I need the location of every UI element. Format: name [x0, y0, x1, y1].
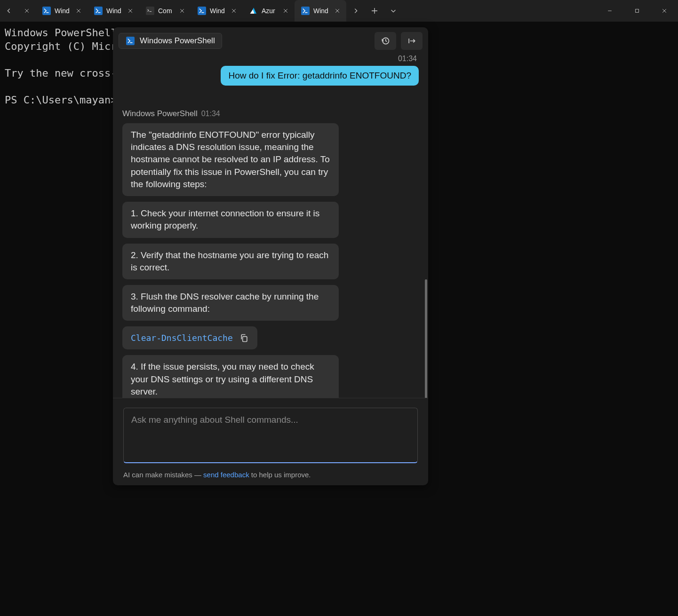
cmd-icon [146, 7, 154, 15]
disclaimer-prefix: AI can make mistakes — [123, 471, 203, 479]
code-text: Clear-DnsClientCache [131, 333, 233, 343]
chat-context-label: Windows PowerShell [140, 36, 215, 46]
tab-close-button[interactable] [177, 6, 187, 16]
svg-rect-2 [146, 7, 154, 15]
chat-expand-button[interactable] [401, 32, 423, 50]
chat-header: Windows PowerShell [113, 27, 428, 55]
close-window-button[interactable] [651, 0, 678, 22]
tab[interactable]: Wind [295, 0, 346, 22]
disclaimer-suffix: to help us improve. [249, 471, 311, 479]
azure-icon [249, 7, 258, 15]
tab-label: Wind [106, 7, 121, 15]
tab-scroll-left[interactable] [0, 0, 18, 22]
tab-close-leading[interactable] [18, 0, 36, 22]
tab-close-button[interactable] [229, 6, 239, 16]
tab-label: Azur [262, 7, 277, 15]
tab[interactable]: Com [139, 0, 191, 22]
terminal-prompt: PS C:\Users\mayan> [5, 94, 123, 106]
assistant-bubble: 2. Verify that the hostname you are tryi… [122, 244, 339, 279]
chat-history-button[interactable] [375, 32, 396, 50]
tab[interactable]: Wind [191, 0, 243, 22]
tab-label: Wind [210, 7, 225, 15]
svg-rect-5 [636, 9, 639, 13]
send-feedback-link[interactable]: send feedback [203, 471, 249, 479]
chat-input-area [113, 398, 428, 469]
copy-code-button[interactable] [239, 333, 249, 343]
tab-label: Wind [313, 7, 328, 15]
tab-dropdown-button[interactable] [384, 0, 403, 22]
assistant-bubble: 3. Flush the DNS resolver cache by runni… [122, 285, 339, 321]
tab-close-button[interactable] [280, 6, 291, 16]
tabs-container: WindWindComWindAzurWind [36, 0, 346, 22]
chat-context-pill[interactable]: Windows PowerShell [119, 33, 222, 49]
powershell-icon [198, 7, 206, 15]
assistant-time: 01:34 [201, 110, 220, 118]
assistant-meta: Windows PowerShell 01:34 [122, 109, 419, 118]
user-message-time: 01:34 [122, 55, 419, 63]
tab-close-button[interactable] [73, 6, 84, 16]
chat-disclaimer: AI can make mistakes — send feedback to … [113, 469, 428, 485]
assistant-code-bubble: Clear-DnsClientCache [122, 326, 257, 349]
terminal-line: Windows PowerShell [5, 27, 117, 39]
tab-close-button[interactable] [332, 6, 343, 16]
tab-label: Com [158, 7, 173, 15]
svg-rect-8 [242, 337, 247, 342]
scrollbar-thumb[interactable] [425, 279, 427, 398]
tab-bar: WindWindComWindAzurWind [0, 0, 678, 22]
new-tab-button[interactable] [365, 0, 384, 22]
minimize-button[interactable] [596, 0, 623, 22]
assistant-bubble: 1. Check your internet connection to ens… [122, 202, 339, 237]
powershell-icon [301, 7, 310, 15]
chat-body: 01:34 How do I fix Error: getaddrinfo EN… [113, 55, 428, 398]
assistant-bubble: 4. If the issue persists, you may need t… [122, 355, 339, 398]
chat-input[interactable] [123, 408, 418, 463]
tab[interactable]: Wind [36, 0, 88, 22]
window-controls [596, 0, 678, 22]
tab[interactable]: Azur [243, 0, 295, 22]
user-message-bubble: How do I fix Error: getaddrinfo ENOTFOUN… [221, 66, 419, 86]
powershell-icon [126, 36, 135, 46]
tab-close-button[interactable] [125, 6, 136, 16]
assistant-bubble: The "getaddrinfo ENOTFOUND" error typica… [122, 123, 339, 196]
tab[interactable]: Wind [88, 0, 139, 22]
chat-panel: Windows PowerShell 01:34 How do I fix Er… [113, 27, 428, 485]
tab-actions [346, 0, 403, 22]
assistant-name: Windows PowerShell [122, 109, 198, 118]
maximize-button[interactable] [623, 0, 651, 22]
powershell-icon [94, 7, 103, 15]
tab-scroll-right[interactable] [346, 0, 365, 22]
tab-label: Wind [55, 7, 70, 15]
powershell-icon [42, 7, 51, 15]
